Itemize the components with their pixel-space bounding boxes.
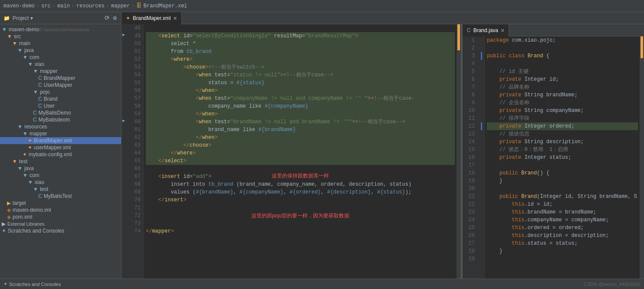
right-code-content: 1 2 3 4 5 6 7 8 9 10 11 12 13 14 (463, 36, 644, 279)
tree-item-label: xiao (35, 61, 44, 67)
left-scrollbar[interactable] (457, 24, 461, 279)
tree-MyBatisDemo[interactable]: C MyBatisDemo (0, 109, 121, 116)
tree-mapper1[interactable]: ▼ mapper (0, 68, 121, 75)
tree-com[interactable]: ▼ com (0, 54, 121, 61)
tree-java2[interactable]: ▼ java (0, 165, 121, 172)
editor-tabs: ✦ BrandMaper.xml × (122, 12, 644, 24)
tree-item-label: userMapper.xml (34, 144, 71, 151)
code-line-54: <when test="status != null"><!--相当于case-… (146, 71, 455, 79)
watermark-text: CSDN @weixin_44953928 (584, 282, 641, 287)
tree-pojo[interactable]: ▼ pojo (0, 89, 121, 95)
tree-BrandMapper[interactable]: C BrandMapper (0, 75, 121, 82)
tree-MyBatisTest[interactable]: C MyBatisTest (0, 193, 121, 200)
tree-maven-demo-iml[interactable]: ◈ maven-demo.iml (0, 207, 121, 213)
xml-icon: ✦ (23, 151, 27, 158)
tree-item-label: java (24, 165, 34, 171)
tree-item-label: target (13, 200, 26, 206)
breadcrumb-bar: maven-demo › src › main › resources › ma… (0, 0, 644, 12)
folder-expand-icon: ▼ (12, 158, 17, 164)
code-line-60: <when test="brandName != null and brandN… (146, 118, 455, 126)
tree-User[interactable]: C User (0, 102, 121, 109)
java-line-26: this.description = description; (487, 232, 638, 240)
breadcrumb-part-5[interactable]: mapper (111, 3, 130, 9)
tree-src[interactable]: ▼ src (0, 33, 121, 40)
tab-brand-java[interactable]: C Brand.java × (463, 24, 509, 36)
tab-brand-java-label: Brand.java (473, 27, 498, 33)
java-line-1: package com.xiao.pojo; (487, 36, 638, 44)
tree-Brand[interactable]: C Brand (0, 95, 121, 102)
sidebar: 📁 Project ▾ ⟳ ⚙ ▼ maven-demo D:\javadcod… (0, 12, 122, 279)
folder-expand-icon: ▼ (23, 131, 28, 137)
breadcrumb-part-3[interactable]: main (57, 3, 70, 9)
sidebar-tools: ⟳ ⚙ (104, 13, 118, 23)
breadcrumb: maven-demo › src › main › resources › ma… (3, 3, 187, 9)
breadcrumb-sep-1: › (36, 3, 39, 9)
editors-split: ▶ ▶ 48 49 50 51 52 53 54 55 56 57 (122, 24, 644, 279)
tree-item-label: mapper (40, 68, 58, 74)
folder-expand-icon: ▼ (33, 186, 38, 192)
left-code-content: ▶ ▶ 48 49 50 51 52 53 54 55 56 57 (122, 24, 461, 279)
tree-test2[interactable]: ▼ test (0, 186, 121, 193)
sync-icon[interactable]: ⟳ (104, 13, 111, 23)
java-line-4 (487, 60, 638, 68)
right-java-code: package com.xiao.pojo; public class Bran… (485, 36, 640, 279)
tree-item-label: src (14, 33, 21, 39)
tree-com2[interactable]: ▼ com (0, 172, 121, 179)
status-bar: ✦ Scratches and Consoles CSDN @weixin_44… (0, 279, 644, 289)
java-line-14: private String description; (487, 138, 638, 146)
breadcrumb-part-6[interactable]: BrandMaper.xml (143, 3, 187, 9)
left-line-numbers: 48 49 50 51 52 53 54 55 56 57 58 59 60 6… (128, 24, 144, 279)
tree-item-label: mybatis-config.xml (29, 151, 72, 158)
tree-ext-libs[interactable]: ▶ External Libraries (0, 220, 121, 227)
status-scratches[interactable]: ✦ Scratches and Consoles (3, 281, 61, 287)
code-line-48 (146, 24, 455, 32)
tree-pom-xml[interactable]: ◈ pom.xml (0, 213, 121, 220)
breadcrumb-part-2[interactable]: src (41, 3, 51, 9)
tree-UserMapper[interactable]: C UserMapper (0, 82, 121, 89)
tree-maven-demo[interactable]: ▼ maven-demo D:\javadcode\heima\ma (0, 26, 121, 33)
java-line-28: } (487, 247, 638, 255)
java-line-6: private Integer id; (487, 76, 638, 83)
code-line-50: select * (146, 40, 455, 48)
tab-close-brand-java[interactable]: × (501, 27, 504, 34)
tree-item-label: test (19, 158, 27, 164)
tree-mybatis-config[interactable]: ✦ mybatis-config.xml (0, 151, 121, 158)
tree-xiao2[interactable]: ▼ xiao (0, 179, 121, 186)
sidebar-title: 📁 Project ▾ (3, 15, 33, 21)
right-scrollbar[interactable] (640, 36, 644, 279)
tree-target[interactable]: ▶ target (0, 200, 121, 207)
folder-expand-icon: ▼ (23, 54, 28, 60)
tree-scratches[interactable]: ✦ Scratches and Consoles (0, 227, 121, 234)
tab-brandmaper[interactable]: ✦ BrandMaper.xml × (122, 12, 182, 24)
tab-close-brandmaper[interactable]: × (173, 15, 177, 22)
fold-indicator-18 (481, 122, 482, 130)
breadcrumb-part-1[interactable]: maven-demo (3, 3, 35, 9)
xml-icon: ✦ (28, 138, 32, 144)
tree-xiao1[interactable]: ▼ xiao (0, 61, 121, 68)
tree-item-label: MyBatisTest (44, 193, 72, 199)
tree-java[interactable]: ▼ java (0, 47, 121, 54)
tree-BrandMaper-xml[interactable]: ✦ BrandMaper.xml (0, 137, 121, 144)
java-file-icon: C (38, 82, 42, 88)
tree-item-label: User (44, 103, 55, 109)
tree-userMapper-xml[interactable]: ✦ userMapper.xml (0, 144, 121, 151)
annotation-container-1: <insert id="add"> 这里的保持跟数据库一样 (146, 173, 455, 181)
tree-item-label: pom.xml (13, 214, 32, 220)
java-class-icon: C (38, 193, 42, 199)
tree-resources[interactable]: ▼ resources (0, 123, 121, 130)
settings-icon[interactable]: ⚙ (112, 13, 118, 23)
tree-main[interactable]: ▼ main (0, 40, 121, 47)
code-line-70: </insert> (146, 196, 455, 204)
tree-item-label: pojo (40, 89, 50, 95)
folder-expand-icon: ▼ (17, 124, 23, 130)
tree-item-label: UserMapper (44, 82, 72, 88)
tree-test[interactable]: ▼ test (0, 158, 121, 165)
java-line-19: } (487, 177, 638, 185)
code-line-57: <when test="companyName != null and comp… (146, 95, 455, 102)
tree-mapper2[interactable]: ▼ mapper (0, 130, 121, 137)
xml-file-icon: 🗄 (136, 3, 141, 9)
status-left: ✦ Scratches and Consoles (3, 281, 61, 287)
tree-MyBatisdeom[interactable]: C MyBatisdeom (0, 116, 121, 123)
breadcrumb-part-4[interactable]: resources (76, 3, 105, 9)
java-line-8: private String brandName; (487, 91, 638, 99)
